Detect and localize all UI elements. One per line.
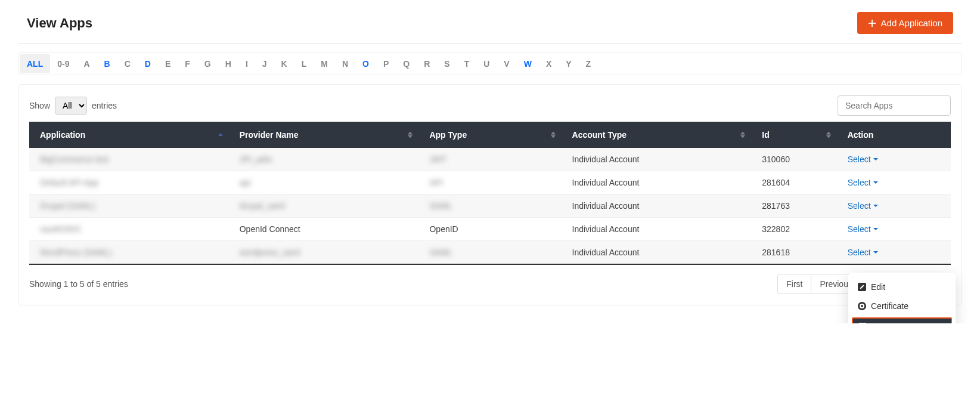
alpha-filter-s[interactable]: S <box>437 54 457 73</box>
alpha-filter-i[interactable]: I <box>238 54 255 73</box>
alpha-filter-k[interactable]: K <box>274 54 294 73</box>
select-action[interactable]: Select <box>848 155 878 164</box>
alpha-filter-m[interactable]: M <box>314 54 335 73</box>
alpha-filter-all[interactable]: ALL <box>20 54 50 73</box>
show-entries-control: Show All entries <box>29 97 117 115</box>
alpha-filter-e[interactable]: E <box>158 54 178 73</box>
cell-id: 281604 <box>751 171 836 194</box>
cell-application: Drupal (SAML) <box>29 194 229 218</box>
alpha-filter-0-9[interactable]: 0-9 <box>50 54 76 73</box>
select-action[interactable]: Select <box>848 178 878 187</box>
cell-provider: wordpress_saml <box>229 241 419 265</box>
cell-account: Individual Account <box>562 241 752 265</box>
cell-application: WordPress (SAML) <box>29 241 229 265</box>
select-dropdown-menu: Edit Certificate OAuth Endpoints Delete <box>848 273 956 323</box>
page-title: View Apps <box>27 16 92 31</box>
cell-action: Select <box>837 218 951 241</box>
page-first[interactable]: First <box>778 274 811 294</box>
entries-info: Showing 1 to 5 of 5 entries <box>29 279 128 289</box>
cell-provider: api <box>229 171 419 194</box>
edit-icon <box>858 283 866 291</box>
table-row: Default API AppapiAPIIndividual Account2… <box>29 171 951 194</box>
show-label: Show <box>29 101 50 110</box>
alpha-filter-d[interactable]: D <box>138 54 158 73</box>
cell-provider: OpenId Connect <box>229 218 419 241</box>
cell-id: 281618 <box>751 241 836 265</box>
certificate-icon <box>858 302 866 310</box>
cell-apptype: OpenID <box>418 218 561 241</box>
table-row: WordPress (SAML)wordpress_samlSAMLIndivi… <box>29 241 951 265</box>
col-account[interactable]: Account Type <box>562 122 752 148</box>
alpha-filter-a[interactable]: A <box>76 54 97 73</box>
alpha-filter-b[interactable]: B <box>97 54 117 73</box>
col-application[interactable]: Application <box>29 122 229 148</box>
alpha-filter-f[interactable]: F <box>178 54 197 73</box>
cell-account: Individual Account <box>562 171 752 194</box>
alpha-filter-bar: ALL0-9ABCDEFGHIJKLMNOPQRSTUVWXYZ <box>18 52 962 75</box>
select-action[interactable]: Select <box>848 248 878 257</box>
entries-label: entries <box>92 101 117 110</box>
alpha-filter-h[interactable]: H <box>218 54 238 73</box>
cell-apptype: SAML <box>418 194 561 218</box>
table-row: oauthOIDCOpenId ConnectOpenIDIndividual … <box>29 218 951 241</box>
alpha-filter-u[interactable]: U <box>476 54 497 73</box>
col-action: Action <box>837 122 951 148</box>
caret-down-icon <box>873 228 878 230</box>
add-application-label: Add Application <box>881 18 942 28</box>
cell-id: 310060 <box>751 148 836 171</box>
dropdown-oauth-endpoints[interactable]: OAuth Endpoints <box>852 317 952 323</box>
col-apptype[interactable]: App Type <box>418 122 561 148</box>
apps-table: Application Provider Name App Type Accou… <box>29 122 951 265</box>
cell-account: Individual Account <box>562 148 752 171</box>
cell-application: oauthOIDC <box>29 218 229 241</box>
alpha-filter-y[interactable]: Y <box>559 54 578 73</box>
select-action[interactable]: Select <box>848 201 878 211</box>
dropdown-edit[interactable]: Edit <box>848 277 956 297</box>
select-action[interactable]: Select <box>848 224 878 234</box>
alpha-filter-p[interactable]: P <box>376 54 396 73</box>
cell-application: BigCommerce test <box>29 148 229 171</box>
search-input[interactable] <box>838 95 951 116</box>
caret-down-icon <box>873 205 878 207</box>
apps-panel: Show All entries Application Provider Na… <box>18 84 962 305</box>
alpha-filter-q[interactable]: Q <box>396 54 417 73</box>
cell-account: Individual Account <box>562 194 752 218</box>
alpha-filter-g[interactable]: G <box>197 54 218 73</box>
alpha-filter-l[interactable]: L <box>294 54 314 73</box>
caret-down-icon <box>873 181 878 184</box>
caret-down-icon <box>873 158 878 160</box>
cell-apptype: SAML <box>418 241 561 265</box>
alpha-filter-z[interactable]: Z <box>579 54 598 73</box>
table-row: Drupal (SAML)drupal_samlSAMLIndividual A… <box>29 194 951 218</box>
caret-down-icon <box>873 251 878 254</box>
alpha-filter-v[interactable]: V <box>497 54 516 73</box>
cell-provider: drupal_saml <box>229 194 419 218</box>
cell-id: 322802 <box>751 218 836 241</box>
alpha-filter-t[interactable]: T <box>457 54 477 73</box>
alpha-filter-r[interactable]: R <box>417 54 437 73</box>
col-provider[interactable]: Provider Name <box>229 122 419 148</box>
cell-action: Select <box>837 148 951 171</box>
dropdown-certificate[interactable]: Certificate <box>848 297 956 316</box>
table-row: BigCommerce testJPI_admJWTIndividual Acc… <box>29 148 951 171</box>
cell-apptype: JWT <box>418 148 561 171</box>
alpha-filter-j[interactable]: J <box>255 54 274 73</box>
cell-action: Select <box>837 171 951 194</box>
cell-action: Select <box>837 194 951 218</box>
cell-provider: JPI_adm <box>229 148 419 171</box>
alpha-filter-w[interactable]: W <box>517 54 539 73</box>
cell-action: Select <box>837 241 951 265</box>
entries-select[interactable]: All <box>55 97 87 115</box>
col-id[interactable]: Id <box>751 122 836 148</box>
add-application-button[interactable]: Add Application <box>857 12 953 34</box>
svg-rect-1 <box>868 23 875 24</box>
plus-icon <box>868 19 876 27</box>
alpha-filter-o[interactable]: O <box>355 54 376 73</box>
cell-account: Individual Account <box>562 218 752 241</box>
alpha-filter-n[interactable]: N <box>335 54 355 73</box>
alpha-filter-c[interactable]: C <box>117 54 138 73</box>
cell-application: Default API App <box>29 171 229 194</box>
alpha-filter-x[interactable]: X <box>539 54 559 73</box>
list-icon <box>859 323 867 323</box>
cell-apptype: API <box>418 171 561 194</box>
